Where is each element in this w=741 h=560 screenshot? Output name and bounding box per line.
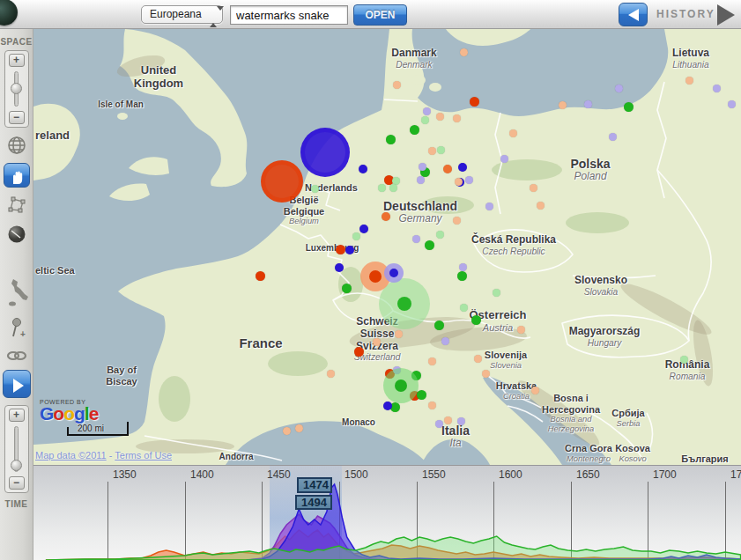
- history-back-button[interactable]: [619, 3, 648, 26]
- map-data-point[interactable]: [443, 165, 452, 173]
- map-data-point[interactable]: [412, 235, 420, 243]
- map-cluster-bubble[interactable]: [261, 160, 303, 203]
- map-data-point[interactable]: [311, 185, 319, 193]
- map-data-point[interactable]: [474, 355, 482, 363]
- map-data-point[interactable]: [393, 81, 401, 89]
- map-data-point[interactable]: [428, 357, 436, 365]
- map-data-point[interactable]: [615, 85, 623, 92]
- map-data-point[interactable]: [441, 337, 449, 345]
- map-data-point[interactable]: [713, 85, 721, 92]
- map-data-point[interactable]: [584, 100, 592, 108]
- map-data-point[interactable]: [460, 304, 468, 312]
- map-data-point[interactable]: [421, 116, 429, 124]
- map-data-point[interactable]: [453, 114, 461, 122]
- map-data-point[interactable]: [436, 113, 444, 121]
- map-cluster-core[interactable]: [389, 269, 398, 277]
- search-input[interactable]: [230, 5, 348, 25]
- terms-of-use-link[interactable]: Terms of Use: [115, 450, 172, 461]
- map-data-point[interactable]: [465, 176, 473, 184]
- play-animation-button[interactable]: [3, 370, 31, 398]
- map-data-point[interactable]: [428, 402, 436, 409]
- map-data-point[interactable]: [410, 125, 419, 135]
- map-data-point[interactable]: [417, 390, 426, 400]
- map-data-point[interactable]: [335, 263, 344, 272]
- map-data-point[interactable]: [485, 203, 493, 210]
- map-data-point[interactable]: [459, 263, 467, 271]
- map-data-point[interactable]: [382, 212, 390, 221]
- map-data-point[interactable]: [460, 48, 468, 56]
- time-zoom-slider[interactable]: [14, 426, 19, 472]
- history-forward-button[interactable]: [715, 4, 737, 26]
- map-data-point[interactable]: [559, 101, 567, 109]
- map-data-point[interactable]: [609, 133, 617, 141]
- time-zoom-in-button[interactable]: +: [9, 409, 25, 422]
- map-data-point[interactable]: [471, 315, 481, 325]
- map-data-point[interactable]: [435, 420, 443, 428]
- map-data-point[interactable]: [437, 146, 445, 154]
- map-data-point[interactable]: [359, 165, 367, 173]
- map-data-point[interactable]: [436, 231, 444, 239]
- map-canvas[interactable]: UnitedKingdomIsle of Manrelandeltic SeaB…: [33, 29, 741, 465]
- map-cluster-core[interactable]: [369, 270, 382, 283]
- map-data-link[interactable]: Map data ©2011: [35, 450, 107, 461]
- map-data-point[interactable]: [423, 107, 431, 115]
- add-placemark-icon[interactable]: +: [5, 315, 28, 342]
- map-data-point[interactable]: [295, 424, 303, 432]
- map-data-point[interactable]: [386, 135, 396, 144]
- link-views-icon[interactable]: [4, 348, 29, 364]
- time-zoom-slider-knob[interactable]: [11, 460, 22, 471]
- map-data-point[interactable]: [345, 246, 354, 254]
- map-data-point[interactable]: [453, 217, 461, 225]
- map-data-point[interactable]: [425, 240, 434, 250]
- map-data-point[interactable]: [354, 347, 364, 357]
- map-zoom-in-button[interactable]: +: [9, 54, 25, 67]
- map-data-point[interactable]: [342, 284, 352, 293]
- globe-projection-icon[interactable]: [5, 134, 28, 157]
- map-cluster-core[interactable]: [397, 297, 411, 311]
- map-data-point[interactable]: [482, 370, 490, 378]
- map-data-point[interactable]: [685, 77, 693, 85]
- map-data-point[interactable]: [327, 370, 335, 378]
- map-data-point[interactable]: [444, 416, 452, 424]
- map-data-point[interactable]: [256, 271, 265, 281]
- map-zoom-slider[interactable]: [14, 71, 19, 107]
- map-data-point[interactable]: [509, 129, 517, 137]
- map-data-point[interactable]: [680, 356, 688, 364]
- map-data-point[interactable]: [395, 330, 403, 338]
- timeline-canvas[interactable]: 135014001450150015501600165017001750 147…: [33, 465, 741, 560]
- map-data-point[interactable]: [470, 97, 479, 107]
- map-data-point[interactable]: [383, 402, 392, 410]
- map-data-point[interactable]: [455, 178, 463, 186]
- map-data-point[interactable]: [336, 245, 345, 254]
- map-data-point[interactable]: [624, 102, 634, 112]
- polygon-select-icon[interactable]: [5, 194, 28, 217]
- map-data-point[interactable]: [728, 100, 736, 108]
- map-zoom-out-button[interactable]: −: [9, 111, 25, 124]
- map-data-point[interactable]: [378, 184, 386, 192]
- map-data-point[interactable]: [417, 176, 425, 184]
- map-data-point[interactable]: [537, 202, 545, 210]
- map-data-point[interactable]: [531, 387, 539, 394]
- map-data-point[interactable]: [428, 147, 436, 155]
- map-data-point[interactable]: [500, 155, 508, 163]
- map-data-point[interactable]: [458, 163, 467, 172]
- map-cluster-core[interactable]: [395, 379, 407, 392]
- open-button[interactable]: OPEN: [353, 4, 407, 26]
- map-data-point[interactable]: [373, 338, 381, 346]
- datasource-dropdown[interactable]: Europeana: [141, 5, 223, 24]
- map-data-point[interactable]: [352, 232, 360, 240]
- map-data-point[interactable]: [457, 271, 467, 281]
- map-data-point[interactable]: [517, 326, 525, 334]
- map-data-point[interactable]: [434, 321, 444, 330]
- pan-hand-tool-button[interactable]: [4, 163, 30, 188]
- map-data-point[interactable]: [283, 427, 291, 435]
- country-shape-select-icon[interactable]: [4, 277, 29, 309]
- map-zoom-slider-knob[interactable]: [11, 83, 22, 94]
- map-data-point[interactable]: [457, 417, 465, 425]
- map-cluster-bubble[interactable]: [300, 128, 350, 177]
- map-data-point[interactable]: [493, 289, 500, 297]
- circle-select-icon[interactable]: [5, 223, 28, 246]
- map-data-point[interactable]: [359, 225, 368, 233]
- map-data-point[interactable]: [419, 163, 426, 171]
- time-zoom-out-button[interactable]: −: [9, 476, 25, 490]
